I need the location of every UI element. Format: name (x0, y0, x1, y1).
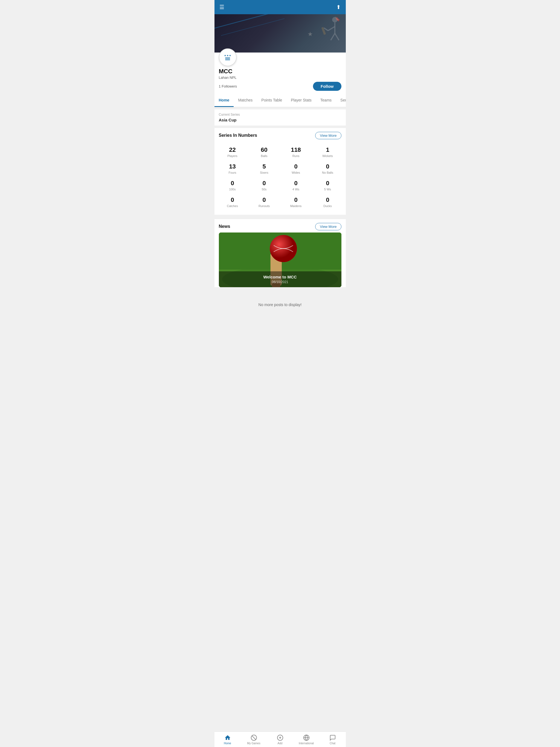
stat-100s: 0 100s (217, 177, 248, 194)
stat-4ws: 0 4 Ws (280, 177, 312, 194)
svg-line-4 (331, 33, 335, 40)
stat-sixers: 5 Sixers (248, 160, 280, 177)
stat-sixers-number: 5 (250, 163, 279, 170)
chat-icon (329, 735, 336, 741)
stat-wides-label: Wides (281, 171, 311, 174)
svg-line-15 (252, 736, 256, 740)
stat-runs: 118 Runs (280, 144, 312, 160)
my-games-icon (251, 735, 257, 741)
nav-home[interactable]: Home (220, 735, 236, 745)
stat-4ws-label: 4 Ws (281, 188, 311, 191)
svg-line-2 (328, 27, 335, 31)
add-icon (277, 735, 283, 741)
stat-sixers-label: Sixers (250, 171, 279, 174)
tab-teams[interactable]: Teams (316, 94, 336, 107)
news-view-more-button[interactable]: View More (315, 223, 341, 230)
stat-ducks-label: Ducks (313, 204, 342, 208)
series-numbers-title: Series In Numbers (219, 133, 257, 138)
stat-maidens: 0 Maidens (280, 194, 312, 210)
stat-balls-number: 60 (250, 146, 279, 153)
tab-home[interactable]: Home (214, 94, 234, 107)
avatar-circle: ★ ★ ★ (219, 48, 237, 66)
tab-navigation: Home Matches Points Table Player Stats T… (214, 94, 346, 107)
avatar: ★ ★ ★ (219, 48, 237, 66)
svg-rect-6 (321, 27, 326, 35)
home-icon (224, 735, 231, 741)
tab-points-table[interactable]: Points Table (257, 94, 286, 107)
stat-players: 22 Players (217, 144, 248, 160)
stat-runouts: 0 Runouts (248, 194, 280, 210)
stat-5ws-label: 5 Ws (313, 188, 342, 191)
series-view-more-button[interactable]: View More (315, 132, 341, 139)
cricket-figure-icon (320, 16, 342, 46)
news-section: News View More (214, 217, 346, 287)
star-1: ★ (224, 54, 226, 57)
stat-runouts-label: Runouts (250, 204, 279, 208)
share-icon[interactable]: ⬆ (336, 4, 341, 10)
nav-add[interactable]: Add (272, 735, 288, 745)
header-banner: ★ 🔖 (214, 14, 346, 53)
profile-name: MCC (219, 68, 341, 75)
no-more-posts: No more posts to display! (214, 291, 346, 318)
stat-wides: 0 Wides (280, 160, 312, 177)
stat-players-label: Players (218, 154, 247, 158)
news-card[interactable]: Welcome to MCC 06/10/2021 (219, 232, 341, 287)
nav-my-games-label: My Games (247, 742, 260, 745)
tab-matches[interactable]: Matches (234, 94, 257, 107)
current-series-value: Asia Cup (219, 118, 341, 122)
nav-international-label: International (299, 742, 314, 745)
series-numbers-header: Series In Numbers View More (214, 126, 346, 141)
stat-fours: 13 Fours (217, 160, 248, 177)
profile-followers-row: 1 Followers Follow (219, 82, 341, 91)
news-card-date: 06/10/2021 (222, 280, 338, 284)
news-title: News (219, 224, 230, 229)
stat-ducks: 0 Ducks (312, 194, 343, 210)
main-content: Current Series Asia Cup Series In Number… (214, 109, 346, 215)
follow-button[interactable]: Follow (313, 82, 341, 91)
stat-50s-label: 50s (250, 188, 279, 191)
svg-point-0 (332, 17, 337, 22)
tab-series[interactable]: Series (336, 94, 346, 107)
news-header: News View More (214, 217, 346, 232)
hamburger-icon[interactable]: ☰ (220, 4, 224, 10)
followers-count: 1 Followers (219, 84, 237, 88)
svg-line-5 (335, 33, 339, 40)
news-overlay: Welcome to MCC 06/10/2021 (219, 271, 341, 287)
stat-balls-label: Balls (250, 154, 279, 158)
avatar-stars: ★ ★ ★ (224, 54, 231, 57)
stat-catches: 0 Catches (217, 194, 248, 210)
stat-100s-number: 0 (218, 180, 247, 187)
star-3: ★ (229, 54, 231, 57)
profile-section: ★ ★ ★ MCC Lahan NPL 1 Followers Follow (214, 53, 346, 94)
bottom-navigation: Home My Games Add International Chat (214, 731, 346, 747)
star-2: ★ (227, 54, 229, 57)
tab-player-stats[interactable]: Player Stats (286, 94, 316, 107)
stat-fours-number: 13 (218, 163, 247, 170)
stat-ducks-number: 0 (313, 197, 342, 204)
nav-international[interactable]: International (298, 735, 314, 745)
stat-wickets: 1 Wickets (312, 144, 343, 160)
nav-my-games[interactable]: My Games (246, 735, 262, 745)
stat-wickets-number: 1 (313, 146, 342, 153)
nav-chat-label: Chat (330, 742, 335, 745)
current-series-label: Current Series (219, 113, 341, 117)
stat-50s-number: 0 (250, 180, 279, 187)
nav-home-label: Home (224, 742, 231, 745)
stat-wides-number: 0 (281, 163, 311, 170)
stat-no-balls-label: No Balls (313, 171, 342, 174)
stat-players-number: 22 (218, 146, 247, 153)
stat-catches-number: 0 (218, 197, 247, 204)
stat-balls: 60 Balls (248, 144, 280, 160)
stat-4ws-number: 0 (281, 180, 311, 187)
stat-wickets-label: Wickets (313, 154, 342, 158)
nav-chat[interactable]: Chat (325, 735, 341, 745)
stat-maidens-number: 0 (281, 197, 311, 204)
banner-star-icon: ★ (307, 31, 313, 38)
stat-fours-label: Fours (218, 171, 247, 174)
stat-runouts-number: 0 (250, 197, 279, 204)
international-icon (303, 735, 310, 741)
current-series: Current Series Asia Cup (214, 109, 346, 126)
stat-runs-number: 118 (281, 146, 311, 153)
stats-grid: 22 Players 60 Balls 118 Runs 1 Wickets 1… (214, 141, 346, 215)
avatar-lines (225, 57, 230, 60)
